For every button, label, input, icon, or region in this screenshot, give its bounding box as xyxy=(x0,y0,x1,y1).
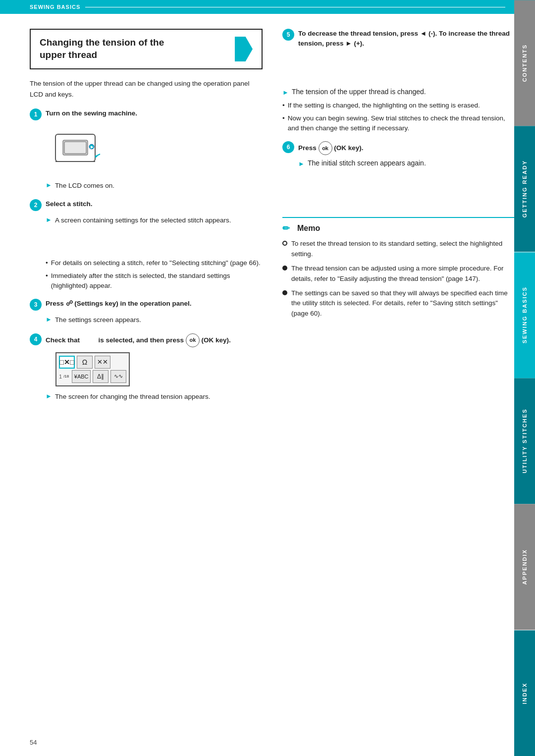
step-1-content: ► The LCD comes on. xyxy=(46,180,263,191)
step-1-result: ► The LCD comes on. xyxy=(46,180,263,191)
lcd-top-row: □✕□ Ω ✕✕ xyxy=(59,356,126,369)
step-3-label: 3 Press ☍ (Settings key) in the operatio… xyxy=(30,299,263,311)
step-5-results: ► The tension of the upper thread is cha… xyxy=(282,88,515,134)
sidebar-tab-contents[interactable]: CONTENTS xyxy=(514,0,535,126)
step-4-title: Check that is selected, and then press o… xyxy=(46,333,231,347)
sewing-machine-illustration: ▶ xyxy=(46,124,110,174)
tri-arrow-2-icon: ► xyxy=(46,215,52,225)
ok-key-icon: ok xyxy=(186,333,200,347)
step-2-bullet-2: • Immediately after the stitch is select… xyxy=(46,271,263,291)
lcd-cell-3: ✕✕ xyxy=(95,356,110,369)
tri-arrow-icon: ► xyxy=(46,180,52,191)
memo-title: ✏ Memo xyxy=(282,223,515,234)
step-5-bullet-2: • Now you can begin sewing. Sew trial st… xyxy=(282,113,515,134)
step-3-result: ► The settings screen appears. xyxy=(46,315,263,325)
top-bar: SEWING BASICS xyxy=(0,0,535,14)
sidebar-tab-getting-ready[interactable]: GETTING READY xyxy=(514,126,535,252)
step-5-title: To decrease the thread tension, press ◄ … xyxy=(298,29,515,49)
step-2-bullet-1: • For details on selecting a stitch, ref… xyxy=(46,258,263,268)
step-4-result: ► The screen for changing the thread ten… xyxy=(46,391,263,402)
memo-bullet-open-icon xyxy=(282,241,287,246)
memo-bullet-filled-2-icon xyxy=(282,290,287,295)
sidebar-tab-appendix[interactable]: APPENDIX xyxy=(514,504,535,630)
step-2-title: Select a stitch. xyxy=(46,199,93,209)
sidebar-tab-utility-stitches[interactable]: UTILITY STITCHES xyxy=(514,378,535,504)
step-4-block: 4 Check that is selected, and then press… xyxy=(30,333,263,402)
sidebar: CONTENTS GETTING READY SEWING BASICS UTI… xyxy=(514,0,535,756)
step-6-result: ► The initial stitch screen appears agai… xyxy=(298,159,515,169)
tri-arrow-4-icon: ► xyxy=(46,391,52,402)
step-5-label: 5 To decrease the thread tension, press … xyxy=(282,29,515,49)
sidebar-tab-sewing-basics[interactable]: SEWING BASICS xyxy=(514,252,535,378)
tri-arrow-3-icon: ► xyxy=(46,315,52,325)
step-1-label: 1 Turn on the sewing machine. xyxy=(30,108,263,120)
step-4-number: 4 xyxy=(30,333,42,345)
lcd-bottom-row: 1 /18 ¥ABC Δ∥ ∿∿ xyxy=(59,370,126,383)
section-title-box: Changing the tension of the upper thread xyxy=(30,29,263,69)
step-6-title: Press ok (OK key). xyxy=(298,141,364,155)
step-3-number: 3 xyxy=(30,299,42,311)
step-2-number: 2 xyxy=(30,199,42,211)
left-column: Changing the tension of the upper thread… xyxy=(30,29,277,410)
step-3-block: 3 Press ☍ (Settings key) in the operatio… xyxy=(30,299,263,325)
title-arrow-decoration xyxy=(235,37,253,61)
step-6-number: 6 xyxy=(282,141,294,153)
top-bar-line xyxy=(85,7,505,7)
memo-icon: ✏ xyxy=(282,223,293,234)
lcd-cell-active: □✕□ xyxy=(59,356,75,369)
memo-item-1: To reset the thread tension to its stand… xyxy=(282,239,515,260)
step-4-content: ► The screen for changing the thread ten… xyxy=(46,391,263,402)
lcd-panel: □✕□ Ω ✕✕ 1 /18 ¥ABC Δ∥ ∿∿ xyxy=(55,352,130,386)
main-content: Changing the tension of the upper thread… xyxy=(0,14,535,430)
top-bar-label: SEWING BASICS xyxy=(30,4,80,10)
sidebar-tab-index[interactable]: INDEX xyxy=(514,630,535,756)
step-2-label: 2 Select a stitch. xyxy=(30,199,263,211)
step-6-block: 6 Press ok (OK key). ► The initial stitc… xyxy=(282,141,515,169)
right-column: 5 To decrease the thread tension, press … xyxy=(277,29,515,410)
section-title: Changing the tension of the upper thread xyxy=(40,37,164,61)
step-2-block: 2 Select a stitch. ► A screen containing… xyxy=(30,199,263,291)
lcd-cell-5: Δ∥ xyxy=(93,370,108,383)
step-4-label: 4 Check that is selected, and then press… xyxy=(30,333,263,347)
lcd-cell-4: ¥ABC xyxy=(72,370,91,383)
step-5-bullet-1: • If the setting is changed, the highlig… xyxy=(282,101,515,110)
step-3-content: ► The settings screen appears. xyxy=(46,315,263,325)
intro-text: The tension of the upper thread can be c… xyxy=(30,78,263,100)
step-6-content: ► The initial stitch screen appears agai… xyxy=(298,159,515,169)
memo-item-2: The thread tension can be adjusted using… xyxy=(282,264,515,284)
step-1-block: 1 Turn on the sewing machine. ▶ xyxy=(30,108,263,191)
lcd-cell-2: Ω xyxy=(77,356,93,369)
step-3-title: Press ☍ (Settings key) in the operation … xyxy=(46,299,192,309)
step-2-result: ► A screen containing settings for the s… xyxy=(46,215,263,226)
step-6-label: 6 Press ok (OK key). xyxy=(282,141,515,155)
step-5-result-1: ► The tension of the upper thread is cha… xyxy=(282,88,515,98)
svg-rect-2 xyxy=(64,142,86,154)
tri-arrow-5-1-icon: ► xyxy=(282,88,289,98)
step-5-block: 5 To decrease the thread tension, press … xyxy=(282,29,515,49)
page-number: 54 xyxy=(30,739,37,746)
step-2-bullets: • For details on selecting a stitch, ref… xyxy=(46,258,263,291)
tri-arrow-6-icon: ► xyxy=(298,159,305,169)
memo-box: ✏ Memo To reset the thread tension to it… xyxy=(282,217,515,319)
step-1-number: 1 xyxy=(30,108,42,120)
step-1-title: Turn on the sewing machine. xyxy=(46,108,137,118)
lcd-cell-6: ∿∿ xyxy=(110,370,126,383)
memo-bullet-filled-icon xyxy=(282,266,287,270)
memo-item-3: The settings can be saved so that they w… xyxy=(282,288,515,320)
ok-key-6-icon: ok xyxy=(319,141,332,155)
step-5-number: 5 xyxy=(282,29,294,41)
step-2-content: ► A screen containing settings for the s… xyxy=(46,215,263,226)
